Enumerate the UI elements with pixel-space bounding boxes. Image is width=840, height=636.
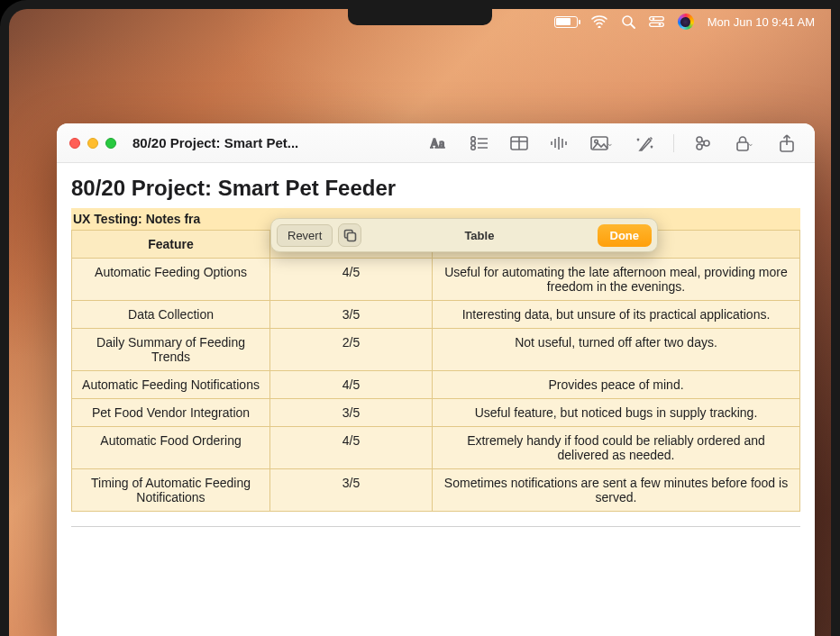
control-center-icon[interactable] — [649, 16, 664, 27]
svg-rect-30 — [347, 232, 355, 241]
table-cell-comments[interactable]: Useful for automating the late afternoon… — [433, 259, 800, 301]
table-cell-comments[interactable]: Provides peace of mind. — [433, 371, 800, 399]
spotlight-icon[interactable] — [621, 14, 635, 29]
table-cell-rating[interactable]: 4/5 — [270, 371, 433, 399]
table-cell-rating[interactable]: 3/5 — [270, 469, 433, 512]
close-button[interactable] — [69, 138, 80, 149]
traffic-lights — [69, 138, 116, 149]
siri-icon[interactable] — [678, 14, 694, 30]
table-row[interactable]: Daily Summary of Feeding Trends2/5Not us… — [72, 329, 800, 371]
table-cell-rating[interactable]: 3/5 — [270, 301, 433, 329]
table-row[interactable]: Timing of Automatic Feeding Notification… — [72, 469, 800, 512]
table-cell-rating[interactable]: 4/5 — [270, 427, 433, 469]
datetime-display[interactable]: Mon Jun 10 9:41 AM — [708, 15, 815, 29]
table-cell-rating[interactable]: 2/5 — [270, 329, 433, 371]
note-title: 80/20 Project: Smart Pet Feeder — [71, 176, 800, 201]
svg-point-24 — [697, 144, 702, 150]
done-button[interactable]: Done — [598, 224, 653, 247]
table-button[interactable] — [504, 131, 534, 156]
window-title: 80/20 Project: Smart Pet... — [132, 135, 298, 150]
table-row[interactable]: Automatic Feeding Options4/5Useful for a… — [72, 259, 800, 301]
table-row[interactable]: Automatic Feeding Notifications4/5Provid… — [72, 371, 800, 399]
ai-assist-button[interactable] — [630, 131, 661, 156]
table-row[interactable]: Pet Food Vendor Integration3/5Useful fea… — [72, 399, 800, 427]
svg-rect-4 — [649, 23, 663, 26]
action-bar-title: Table — [367, 229, 591, 242]
media-button[interactable]: ⌄ — [583, 131, 621, 156]
table-cell-feature[interactable]: Daily Summary of Feeding Trends — [72, 329, 270, 371]
menubar: Mon Jun 10 9:41 AM — [538, 9, 831, 34]
chevron-down-icon: ⌄ — [607, 139, 614, 148]
font-style-button[interactable]: Aa — [425, 131, 455, 156]
table-cell-rating[interactable]: 3/5 — [270, 399, 433, 427]
svg-line-1 — [631, 24, 635, 28]
fullscreen-button[interactable] — [105, 138, 116, 149]
table-cell-comments[interactable]: Extremely handy if food could be reliabl… — [433, 427, 800, 469]
svg-line-26 — [702, 141, 705, 142]
copy-icon-button[interactable] — [338, 223, 361, 247]
toolbar-separator — [673, 134, 674, 152]
table-cell-feature[interactable]: Data Collection — [72, 301, 270, 329]
svg-text:Aa: Aa — [430, 137, 445, 150]
table-cell-comments[interactable]: Not useful, turned off after two days. — [433, 329, 800, 371]
svg-point-3 — [652, 17, 654, 20]
floating-action-bar: Revert Table Done — [270, 218, 658, 252]
chevron-down-icon: ⌄ — [747, 139, 754, 148]
svg-point-9 — [471, 141, 476, 145]
wifi-icon[interactable] — [591, 15, 607, 28]
audio-button[interactable] — [543, 131, 574, 156]
table-cell-feature[interactable]: Automatic Food Ordering — [72, 427, 270, 469]
col-header-feature: Feature — [72, 231, 270, 259]
link-button[interactable] — [687, 131, 717, 156]
table-row[interactable]: Automatic Food Ordering4/5Extremely hand… — [72, 427, 800, 469]
checklist-button[interactable] — [464, 131, 495, 156]
table-cell-comments[interactable]: Useful feature, but noticed bugs in supp… — [433, 399, 800, 427]
share-button[interactable] — [772, 131, 802, 156]
table-cell-feature[interactable]: Pet Food Vendor Integration — [72, 399, 270, 427]
table-cell-feature[interactable]: Timing of Automatic Feeding Notification… — [72, 469, 270, 512]
svg-rect-2 — [649, 17, 663, 21]
table-cell-rating[interactable]: 4/5 — [270, 259, 433, 301]
svg-point-25 — [704, 141, 709, 146]
app-window: 80/20 Project: Smart Pet... Aa ⌄ — [57, 123, 815, 636]
laptop-frame: Mon Jun 10 9:41 AM 80/20 Project: Smart … — [0, 0, 840, 636]
svg-point-11 — [471, 145, 476, 150]
table-cell-feature[interactable]: Automatic Feeding Notifications — [72, 371, 270, 399]
battery-icon[interactable] — [554, 16, 578, 28]
titlebar: 80/20 Project: Smart Pet... Aa ⌄ — [57, 123, 815, 163]
table-cell-feature[interactable]: Automatic Feeding Options — [72, 259, 270, 301]
revert-button[interactable]: Revert — [277, 224, 333, 247]
page-divider — [71, 526, 800, 527]
table-row[interactable]: Data Collection3/5Interesting data, but … — [72, 301, 800, 329]
data-table[interactable]: Feature Rating Comments Automatic Feedin… — [71, 230, 800, 512]
desktop-screen: Mon Jun 10 9:41 AM 80/20 Project: Smart … — [9, 9, 831, 636]
table-cell-comments[interactable]: Interesting data, but unsure of its prac… — [433, 301, 800, 329]
svg-point-23 — [697, 137, 702, 142]
svg-line-27 — [702, 144, 705, 146]
table-cell-comments[interactable]: Sometimes notifications are sent a few m… — [433, 469, 800, 512]
minimize-button[interactable] — [87, 138, 98, 149]
display-notch — [348, 0, 492, 25]
svg-point-7 — [471, 136, 476, 141]
svg-point-5 — [658, 23, 661, 26]
lock-button[interactable]: ⌄ — [726, 131, 762, 156]
